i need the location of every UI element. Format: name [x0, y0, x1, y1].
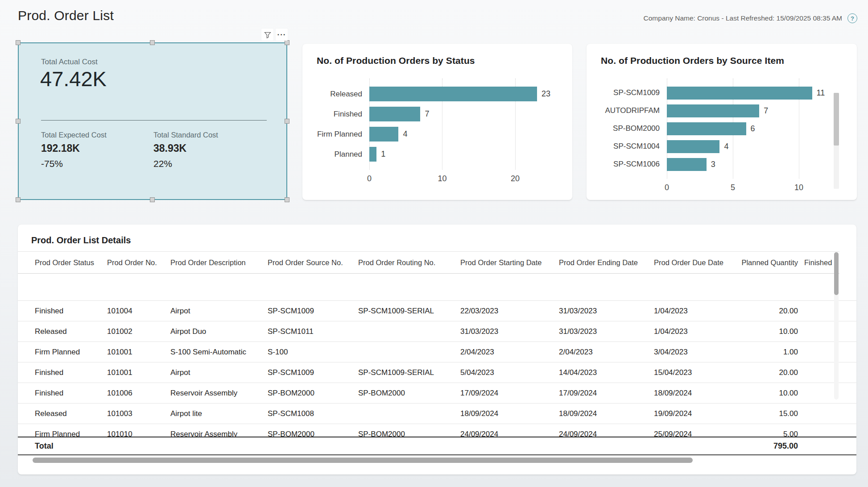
bar-value-label: 4	[403, 129, 407, 139]
table-cell: 24/09/2024	[559, 430, 654, 437]
kpi-sub-value: 38.93K	[153, 142, 266, 154]
bar-SP-SCM1004[interactable]	[667, 140, 719, 153]
x-axis-tick: 0	[367, 174, 372, 183]
chart-vertical-scrollbar-thumb[interactable]	[834, 93, 839, 146]
column-header-planned-quantity[interactable]: Planned Quantity	[737, 258, 804, 267]
table-row[interactable]: Firm Planned101001S-100 Semi-AutomaticS-…	[18, 341, 856, 362]
bar-row: Firm Planned4	[369, 124, 559, 144]
table-cell: 5.00	[737, 430, 804, 437]
bar-AUTODRIPFAM[interactable]	[667, 104, 759, 117]
bar-value-label: 1	[381, 150, 385, 159]
column-header-prod-order-source-no-[interactable]: Prod Order Source No.	[268, 258, 358, 267]
table-cell: SP-SCM1009	[268, 368, 358, 377]
column-header-prod-order-description[interactable]: Prod Order Description	[170, 258, 268, 267]
table-header-row: Prod Order StatusProd Order No.Prod Orde…	[18, 251, 839, 274]
table-title: Prod. Order List Details	[18, 225, 856, 246]
column-header-prod-order-due-date[interactable]: Prod Order Due Date▲	[654, 258, 737, 267]
bar-value-label: 7	[764, 106, 768, 116]
table-row[interactable]: Released101002Airpot DuoSP-SCM101131/03/…	[18, 321, 856, 341]
chart-card-orders-by-source-item[interactable]: No. of Production Orders by Source Item …	[587, 44, 857, 200]
table-cell: 18/09/2024	[559, 409, 654, 418]
column-header-prod-order-status[interactable]: Prod Order Status	[35, 258, 107, 267]
table-cell: 18/09/2024	[654, 389, 737, 398]
kpi-card-total-actual-cost[interactable]: Total Actual Cost 47.42K Total Expected …	[18, 42, 287, 200]
table-row[interactable]: Firm Planned101010Reservoir AssemblySP-B…	[18, 424, 856, 437]
table-cell: 31/03/2023	[460, 327, 559, 336]
table-cell: 18/09/2024	[460, 409, 559, 418]
column-header-prod-order-ending-date[interactable]: Prod Order Ending Date	[559, 258, 654, 267]
bar-SP-BOM2000[interactable]	[667, 122, 746, 135]
selection-handle[interactable]	[285, 40, 289, 45]
kpi-standard-cost: Total Standard Cost 38.93K 22%	[153, 131, 266, 169]
table-cell: 1/04/2023	[654, 327, 737, 336]
table-cell: 3/04/2023	[654, 348, 737, 357]
column-header-finished[interactable]: Finished	[804, 258, 856, 267]
bar-Planned[interactable]	[369, 147, 376, 162]
table-cell: SP-SCM1008	[268, 409, 358, 418]
table-cell: Reservoir Assembly	[170, 430, 268, 437]
bar-SP-SCM1009[interactable]	[667, 87, 812, 100]
bar-Firm Planned[interactable]	[369, 127, 398, 142]
table-cell: 2/04/2023	[460, 348, 559, 357]
table-body: Finished101004AirpotSP-SCM1009SP-SCM1009…	[18, 274, 856, 437]
bar-SP-SCM1006[interactable]	[667, 158, 707, 171]
filter-icon[interactable]	[261, 29, 273, 41]
category-label: SP-SCM1006	[587, 160, 660, 169]
x-axis-tick: 20	[511, 174, 520, 183]
more-options-icon[interactable]: ···	[276, 29, 288, 41]
table-vertical-scrollbar-thumb[interactable]	[834, 252, 839, 295]
column-header-prod-order-routing-no-[interactable]: Prod Order Routing No.	[358, 258, 460, 267]
table-horizontal-scrollbar[interactable]	[33, 458, 693, 463]
kpi-primary-label: Total Actual Cost	[41, 58, 98, 67]
table-cell: 17/09/2024	[559, 389, 654, 398]
table-cell: 101002	[107, 327, 170, 336]
kpi-divider	[41, 120, 267, 121]
table-cell: S-100	[268, 348, 358, 357]
kpi-sub-delta: -75%	[41, 158, 153, 169]
table-row[interactable]: Finished101004AirpotSP-SCM1009SP-SCM1009…	[18, 300, 856, 321]
table-cell: 17/09/2024	[460, 389, 559, 398]
bar-value-label: 3	[711, 160, 715, 169]
selection-handle[interactable]	[150, 40, 155, 45]
header-right: Company Name: Cronus - Last Refreshed: 1…	[644, 13, 857, 23]
column-header-prod-order-no-[interactable]: Prod Order No.	[107, 258, 170, 267]
table-row[interactable]: Finished101001AirpotSP-SCM1009SP-SCM1009…	[18, 362, 856, 383]
bar-Released[interactable]	[369, 87, 537, 101]
selection-handle[interactable]	[16, 119, 21, 124]
x-axis-tick: 5	[731, 183, 735, 192]
column-header-prod-order-starting-date[interactable]: Prod Order Starting Date	[460, 258, 559, 267]
bar-row: AUTODRIPFAM7	[667, 102, 832, 120]
selection-handle[interactable]	[285, 197, 289, 202]
table-card-prod-order-details[interactable]: Prod. Order List Details Prod Order Stat…	[18, 225, 856, 475]
help-icon[interactable]: ?	[847, 13, 857, 23]
table-cell: 14/04/2023	[559, 368, 654, 377]
table-cell: SP-BOM2000	[268, 389, 358, 398]
bar-value-label: 7	[425, 109, 429, 119]
company-refresh-info: Company Name: Cronus - Last Refreshed: 1…	[644, 14, 842, 22]
table-cell: 22/03/2023	[460, 307, 559, 316]
bar-row: SP-BOM20006	[667, 120, 832, 137]
chart-title: No. of Production Orders by Source Item	[587, 44, 857, 66]
bar-row: SP-SCM10044	[667, 137, 832, 155]
selection-handle[interactable]	[150, 197, 155, 202]
table-row[interactable]: Finished101006Reservoir AssemblySP-BOM20…	[18, 383, 856, 403]
selection-handle[interactable]	[285, 119, 289, 124]
table-cell: 24/09/2024	[460, 430, 559, 437]
kpi-sub-label: Total Expected Cost	[41, 131, 153, 139]
x-axis: 01020	[369, 174, 559, 186]
chart-card-orders-by-status[interactable]: No. of Production Orders by Status Relea…	[302, 44, 572, 200]
selection-handle[interactable]	[16, 197, 21, 202]
table-row[interactable]: Released101003Airpot liteSP-SCM100818/09…	[18, 403, 856, 424]
table-vertical-scrollbar[interactable]	[834, 252, 839, 400]
table-cell: 15/04/2023	[654, 368, 737, 377]
table-cell: 101003	[107, 409, 170, 418]
table-cell: 101010	[107, 430, 170, 437]
selection-handle[interactable]	[16, 40, 21, 45]
table-cell: Finished	[35, 307, 107, 316]
category-label: Planned	[302, 150, 362, 159]
report-header: Prod. Order List Company Name: Cronus - …	[18, 8, 857, 23]
chart-vertical-scrollbar[interactable]	[834, 93, 839, 189]
table-cell: 101004	[107, 307, 170, 316]
category-label: Firm Planned	[302, 130, 362, 139]
bar-Finished[interactable]	[369, 107, 420, 121]
